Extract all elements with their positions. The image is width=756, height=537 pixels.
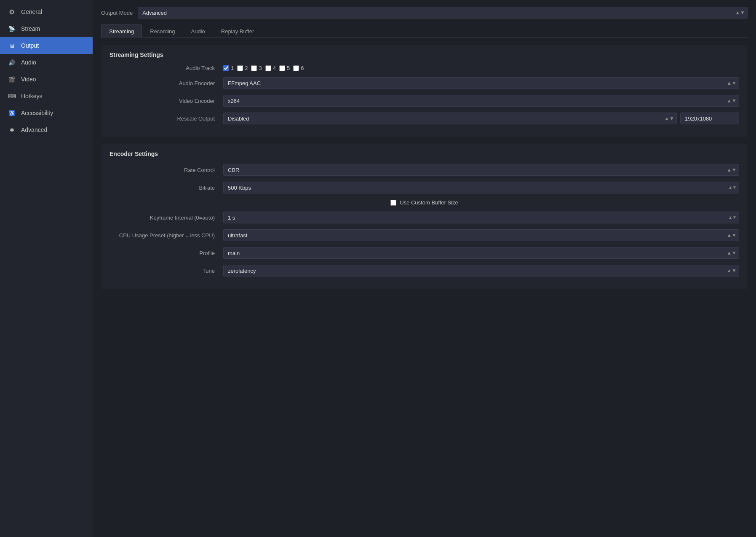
keyframe-spinbox-wrap: ▲▼ <box>223 212 739 223</box>
track-4-label: 4 <box>273 65 276 71</box>
cpu-usage-select[interactable]: ultrafast superfast veryfast faster fast… <box>223 229 739 241</box>
rate-control-select[interactable]: CBR ABR VBR CRF <box>223 164 739 176</box>
encoder-settings-section: Encoder Settings Rate Control CBR ABR VB… <box>101 144 748 289</box>
track-group: 1 2 3 4 5 <box>223 65 739 71</box>
cpu-usage-label: CPU Usage Preset (higher = less CPU) <box>110 232 219 239</box>
main-content: Output Mode Simple Advanced ▲▼ Streaming… <box>93 0 756 537</box>
rate-control-row: Rate Control CBR ABR VBR CRF ▲▼ <box>110 164 739 176</box>
sidebar-item-advanced[interactable]: Advanced <box>0 121 93 138</box>
tune-row: Tune none film animation grain stillimag… <box>110 265 739 277</box>
video-encoder-select-wrap: x264 NVENC H.264 AMD HW H.264 Apple VT H… <box>223 95 739 107</box>
sidebar-item-general[interactable]: General <box>0 3 93 20</box>
track-2[interactable]: 2 <box>237 65 248 71</box>
rescale-output-row: Rescale Output Disabled Enabled ▲▼ 1920x… <box>110 113 739 124</box>
track-3-checkbox[interactable] <box>251 65 257 71</box>
output-icon <box>8 41 16 50</box>
rate-control-select-wrap: CBR ABR VBR CRF ▲▼ <box>223 164 739 176</box>
track-3[interactable]: 3 <box>251 65 262 71</box>
track-3-label: 3 <box>259 65 262 71</box>
sidebar-item-label: Accessibility <box>21 110 53 116</box>
profile-select[interactable]: baseline main high <box>223 247 739 259</box>
custom-buffer-checkbox[interactable] <box>390 200 396 206</box>
track-5-checkbox[interactable] <box>279 65 285 71</box>
encoder-settings-title: Encoder Settings <box>110 150 739 157</box>
track-6[interactable]: 6 <box>293 65 304 71</box>
streaming-settings-section: Streaming Settings Audio Track 1 2 3 <box>101 45 748 137</box>
track-6-label: 6 <box>301 65 304 71</box>
sidebar-item-label: Output <box>21 42 39 49</box>
track-2-label: 2 <box>245 65 248 71</box>
sidebar-item-output[interactable]: Output <box>0 37 93 54</box>
output-mode-row: Output Mode Simple Advanced ▲▼ <box>101 7 748 19</box>
custom-buffer-row: Use Custom Buffer Size <box>110 199 739 206</box>
sidebar-item-label: General <box>21 8 42 15</box>
track-2-checkbox[interactable] <box>237 65 243 71</box>
rescale-output-select-wrap: Disabled Enabled ▲▼ <box>223 113 677 124</box>
sidebar-item-label: Video <box>21 76 36 83</box>
keyframe-interval-label: Keyframe Interval (0=auto) <box>110 215 219 221</box>
rescale-resolution-select[interactable]: 1920x1080 1280x720 1280x960 1024x768 <box>680 113 739 124</box>
video-encoder-select[interactable]: x264 NVENC H.264 AMD HW H.264 Apple VT H… <box>223 95 739 107</box>
track-6-checkbox[interactable] <box>293 65 299 71</box>
tab-recording[interactable]: Recording <box>142 24 183 38</box>
track-4-checkbox[interactable] <box>265 65 271 71</box>
sidebar-item-hotkeys[interactable]: Hotkeys <box>0 88 93 105</box>
tab-audio[interactable]: Audio <box>183 24 213 38</box>
audio-track-row: Audio Track 1 2 3 4 <box>110 65 739 71</box>
track-5[interactable]: 5 <box>279 65 290 71</box>
stream-icon <box>8 24 16 33</box>
profile-row: Profile baseline main high ▲▼ <box>110 247 739 259</box>
rescale-output-controls: Disabled Enabled ▲▼ 1920x1080 1280x720 1… <box>223 113 739 124</box>
bitrate-spinbox-wrap: ▲▼ <box>223 182 739 193</box>
rescale-output-select[interactable]: Disabled Enabled <box>223 113 677 124</box>
track-1[interactable]: 1 <box>223 65 234 71</box>
bitrate-row: Bitrate ▲▼ <box>110 182 739 193</box>
tab-replay-buffer[interactable]: Replay Buffer <box>213 24 262 38</box>
audio-encoder-label: Audio Encoder <box>110 80 219 86</box>
bitrate-label: Bitrate <box>110 185 219 191</box>
output-mode-label: Output Mode <box>101 10 133 16</box>
audio-icon <box>8 58 16 67</box>
bitrate-input[interactable] <box>223 182 739 193</box>
profile-label: Profile <box>110 250 219 256</box>
tune-label: Tune <box>110 268 219 274</box>
sidebar-item-accessibility[interactable]: Accessibility <box>0 105 93 121</box>
tab-streaming[interactable]: Streaming <box>101 24 142 38</box>
video-encoder-row: Video Encoder x264 NVENC H.264 AMD HW H.… <box>110 95 739 107</box>
sidebar-item-label: Hotkeys <box>21 93 43 99</box>
track-1-label: 1 <box>231 65 234 71</box>
sidebar-item-video[interactable]: Video <box>0 71 93 88</box>
video-encoder-label: Video Encoder <box>110 98 219 104</box>
track-4[interactable]: 4 <box>265 65 276 71</box>
track-1-checkbox[interactable] <box>223 65 229 71</box>
cpu-usage-row: CPU Usage Preset (higher = less CPU) ult… <box>110 229 739 241</box>
sidebar: General Stream Output Audio Video Hotkey… <box>0 0 93 537</box>
sidebar-item-audio[interactable]: Audio <box>0 54 93 71</box>
output-mode-select[interactable]: Simple Advanced <box>138 7 748 19</box>
streaming-settings-title: Streaming Settings <box>110 51 739 58</box>
cpu-usage-select-wrap: ultrafast superfast veryfast faster fast… <box>223 229 739 241</box>
tune-select[interactable]: none film animation grain stillimage fas… <box>223 265 739 277</box>
sidebar-item-label: Audio <box>21 59 36 66</box>
sidebar-item-label: Advanced <box>21 126 47 133</box>
track-5-label: 5 <box>287 65 290 71</box>
keyframe-interval-row: Keyframe Interval (0=auto) ▲▼ <box>110 212 739 223</box>
rate-control-label: Rate Control <box>110 167 219 173</box>
keyframe-interval-input[interactable] <box>223 212 739 223</box>
custom-buffer-label: Use Custom Buffer Size <box>400 199 458 206</box>
video-icon <box>8 75 16 83</box>
audio-encoder-select-wrap: FFmpeg AAC CoreAudio AAC libopus ▲▼ <box>223 77 739 89</box>
profile-select-wrap: baseline main high ▲▼ <box>223 247 739 259</box>
advanced-icon <box>8 126 16 134</box>
rescale-output-label: Rescale Output <box>110 115 219 122</box>
sidebar-item-stream[interactable]: Stream <box>0 20 93 37</box>
output-mode-select-wrap: Simple Advanced ▲▼ <box>138 7 748 19</box>
sidebar-item-label: Stream <box>21 25 40 32</box>
audio-encoder-select[interactable]: FFmpeg AAC CoreAudio AAC libopus <box>223 77 739 89</box>
gear-icon <box>8 8 16 16</box>
hotkeys-icon <box>8 92 16 100</box>
tune-select-wrap: none film animation grain stillimage fas… <box>223 265 739 277</box>
tabs: Streaming Recording Audio Replay Buffer <box>101 24 748 38</box>
audio-track-label: Audio Track <box>110 65 219 71</box>
accessibility-icon <box>8 109 16 117</box>
